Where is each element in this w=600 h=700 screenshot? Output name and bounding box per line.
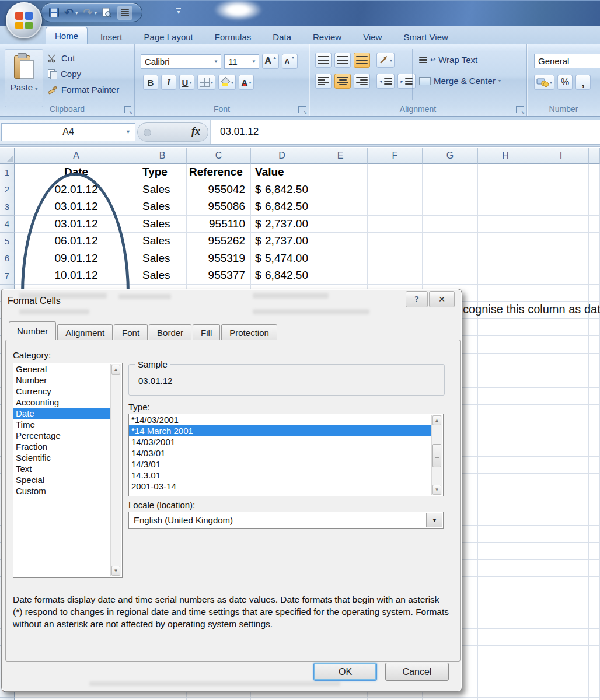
- cell-empty[interactable]: [478, 526, 533, 543]
- cell-empty[interactable]: [589, 422, 600, 440]
- cell-empty[interactable]: [478, 336, 533, 354]
- dialog-tab-border[interactable]: Border: [149, 324, 191, 340]
- cell-empty[interactable]: [533, 508, 589, 526]
- cell-empty[interactable]: [15, 698, 138, 700]
- type-option[interactable]: *14/03/2001: [129, 414, 434, 425]
- format-painter-button[interactable]: Format Painter: [46, 82, 121, 97]
- align-right-button[interactable]: [354, 74, 370, 89]
- cell-reference[interactable]: 955377: [187, 267, 251, 285]
- cell-empty[interactable]: [589, 526, 600, 543]
- cell-empty[interactable]: [533, 698, 589, 700]
- bottom-align-button[interactable]: [354, 52, 370, 68]
- undo-icon[interactable]: ↶: [64, 7, 74, 18]
- cell-empty[interactable]: [589, 267, 600, 285]
- font-name-dropdown-icon[interactable]: ▼: [211, 55, 221, 68]
- category-option-fraction[interactable]: Fraction: [13, 441, 114, 452]
- cell-type[interactable]: Sales: [138, 267, 187, 285]
- cell-empty[interactable]: [589, 663, 600, 681]
- paste-dropdown-icon[interactable]: ▾: [35, 86, 37, 92]
- cell-empty[interactable]: [478, 285, 533, 302]
- tab-page-layout[interactable]: Page Layout: [135, 29, 202, 44]
- category-option-general[interactable]: General: [13, 363, 114, 374]
- cell-empty[interactable]: [533, 474, 589, 491]
- underline-button[interactable]: U▾: [179, 75, 194, 90]
- cell-empty[interactable]: [478, 164, 533, 181]
- scroll-down-icon[interactable]: ▼: [432, 485, 441, 495]
- cell-empty[interactable]: [478, 250, 533, 268]
- cell-reference[interactable]: 955110: [187, 216, 251, 233]
- cell-empty[interactable]: [533, 164, 589, 181]
- cell-empty[interactable]: [589, 164, 600, 181]
- bold-button[interactable]: B: [143, 75, 158, 90]
- category-option-currency[interactable]: Currency: [13, 386, 114, 397]
- cell-empty[interactable]: [533, 285, 589, 302]
- cell-empty[interactable]: [533, 422, 589, 440]
- cut-button[interactable]: Cut: [46, 50, 121, 66]
- cell-empty[interactable]: [589, 388, 600, 405]
- cell-empty[interactable]: [589, 646, 600, 663]
- percent-style-button[interactable]: %: [557, 75, 573, 90]
- wrap-text-button[interactable]: ↩ Wrap Text: [419, 55, 477, 65]
- cell-empty[interactable]: [478, 663, 533, 681]
- type-option[interactable]: 14/03/01: [129, 447, 434, 459]
- cell-empty[interactable]: [533, 457, 589, 474]
- select-all-corner[interactable]: [0, 148, 15, 164]
- font-name-combo[interactable]: Calibri▼: [141, 54, 221, 69]
- cell-empty[interactable]: [251, 698, 313, 700]
- row-header-1[interactable]: 1: [0, 164, 15, 181]
- cell-empty[interactable]: [533, 267, 589, 285]
- dialog-tab-protection[interactable]: Protection: [221, 324, 277, 340]
- cell-type[interactable]: Sales: [138, 198, 187, 216]
- cell-empty[interactable]: [423, 216, 478, 233]
- category-option-special[interactable]: Special: [13, 474, 114, 485]
- formula-input[interactable]: 03.01.12: [210, 120, 600, 144]
- category-option-accounting[interactable]: Accounting: [13, 397, 114, 408]
- tab-insert[interactable]: Insert: [92, 29, 131, 44]
- type-listbox[interactable]: ▲ ▼ *14/03/2001*14 March 200114/03/20011…: [128, 414, 444, 496]
- cell-empty[interactable]: [423, 698, 478, 700]
- cell-empty[interactable]: [533, 663, 589, 681]
- top-align-button[interactable]: [315, 52, 332, 68]
- cell-empty[interactable]: [368, 216, 423, 233]
- cell-empty[interactable]: [368, 181, 423, 199]
- category-option-text[interactable]: Text: [13, 463, 114, 474]
- cell-empty[interactable]: [589, 354, 600, 371]
- cell-empty[interactable]: [368, 164, 423, 181]
- cell-empty[interactable]: [533, 216, 589, 233]
- cell-value[interactable]: $6,842.50: [251, 267, 313, 285]
- decrease-indent-button[interactable]: ◄: [376, 74, 395, 89]
- cell-empty[interactable]: [589, 216, 600, 233]
- ok-button[interactable]: OK: [313, 663, 377, 681]
- cell-empty[interactable]: [478, 491, 533, 509]
- cell-empty[interactable]: [423, 250, 478, 268]
- tab-view[interactable]: View: [354, 29, 390, 44]
- cell-empty[interactable]: [589, 181, 600, 199]
- cell-empty[interactable]: [478, 629, 533, 646]
- cell-empty[interactable]: [478, 198, 533, 216]
- shrink-font-button[interactable]: A▼: [282, 54, 297, 69]
- cell-empty[interactable]: [533, 439, 589, 457]
- cell-empty[interactable]: [423, 233, 478, 250]
- cell-empty[interactable]: [589, 319, 600, 337]
- increase-indent-button[interactable]: ►: [397, 74, 416, 89]
- name-box-dropdown-icon[interactable]: ▼: [125, 129, 131, 135]
- cell-reference[interactable]: Reference: [187, 164, 251, 181]
- dialog-close-button[interactable]: ×: [429, 291, 455, 307]
- fx-icon[interactable]: fx: [191, 125, 200, 138]
- cell-empty[interactable]: [533, 629, 589, 646]
- column-header-B[interactable]: B: [138, 148, 187, 164]
- cell-empty[interactable]: [533, 560, 589, 578]
- cell-empty[interactable]: [533, 370, 589, 388]
- cell-empty[interactable]: [423, 164, 478, 181]
- insert-function-area[interactable]: fx: [137, 123, 208, 142]
- category-option-percentage[interactable]: Percentage: [13, 430, 114, 441]
- merge-center-button[interactable]: Merge & Center ▾: [419, 76, 501, 86]
- font-dialog-launcher[interactable]: ↘: [298, 106, 306, 113]
- font-color-button[interactable]: A▾: [239, 75, 254, 90]
- scrollbar-thumb[interactable]: [432, 444, 441, 467]
- middle-align-button[interactable]: [334, 52, 351, 68]
- type-option[interactable]: 14.3.01: [129, 470, 434, 481]
- column-header-E[interactable]: E: [313, 148, 368, 164]
- column-header-H[interactable]: H: [478, 148, 533, 164]
- cell-empty[interactable]: [533, 198, 589, 216]
